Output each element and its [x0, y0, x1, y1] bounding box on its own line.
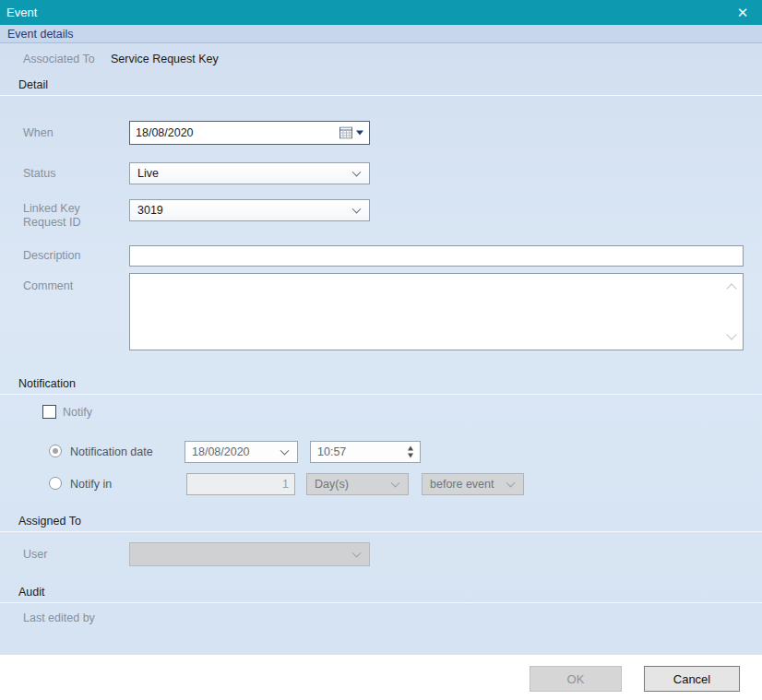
notify-in-amount-value: 1 — [282, 478, 289, 491]
when-row: When 18/08/2020 — [0, 121, 762, 145]
associated-to-value: Service Request Key — [111, 53, 219, 65]
linked-key-label: Linked Key Request ID — [23, 202, 108, 230]
notify-in-unit-combobox[interactable]: Day(s) — [306, 473, 409, 495]
user-combobox[interactable] — [129, 542, 370, 566]
notify-checkbox[interactable] — [42, 405, 56, 419]
notify-in-row: Notify in 1 Day(s) before event — [0, 473, 762, 495]
linked-key-row: Linked Key Request ID 3019 — [0, 199, 762, 232]
notification-time-value: 10:57 — [317, 445, 346, 458]
tab-event-details-label: Event details — [0, 28, 74, 41]
section-notification: Notification — [0, 374, 762, 395]
spinner-up-icon — [408, 446, 413, 451]
notify-row: Notify — [0, 405, 762, 420]
last-edited-label: Last edited by — [23, 611, 95, 625]
chevron-down-icon — [391, 479, 400, 488]
chevron-down-icon — [280, 446, 290, 456]
notification-date-combobox[interactable]: 18/08/2020 — [185, 441, 298, 463]
ok-button[interactable]: OK — [530, 666, 622, 692]
description-label: Description — [23, 249, 81, 263]
scroll-down-icon[interactable] — [726, 329, 736, 339]
when-date-value: 18/08/2020 — [136, 126, 194, 139]
status-combobox[interactable]: Live — [129, 162, 370, 184]
notification-date-row: Notification date 18/08/2020 10:57 — [0, 441, 762, 463]
status-value: Live — [137, 167, 159, 180]
status-row: Status Live — [0, 162, 762, 184]
linked-key-combobox[interactable]: 3019 — [129, 199, 370, 221]
time-spinner-buttons[interactable] — [408, 446, 413, 458]
scroll-up-icon[interactable] — [726, 283, 736, 293]
comment-label: Comment — [23, 279, 73, 293]
description-input[interactable] — [129, 245, 744, 267]
notify-in-radio[interactable] — [49, 477, 62, 490]
notify-in-relation-combobox[interactable]: before event — [422, 473, 524, 495]
associated-to-row: Associated To Service Request Key — [0, 53, 762, 73]
title-bar[interactable]: Event ✕ — [0, 0, 762, 25]
close-icon[interactable]: ✕ — [731, 0, 755, 25]
section-audit: Audit — [0, 583, 762, 603]
cancel-button[interactable]: Cancel — [644, 666, 740, 692]
section-notification-label: Notification — [18, 377, 76, 390]
user-row: User — [0, 542, 762, 566]
date-dropdown-arrow-icon — [356, 131, 363, 136]
linked-key-value: 3019 — [137, 204, 163, 217]
when-date-input[interactable]: 18/08/2020 — [129, 121, 370, 145]
chevron-down-icon — [352, 549, 362, 558]
section-detail-label: Detail — [18, 78, 48, 91]
associated-to-label: Associated To — [23, 53, 95, 66]
notify-label: Notify — [63, 406, 92, 420]
notify-in-relation-value: before event — [430, 478, 494, 491]
notification-date-value: 18/08/2020 — [192, 445, 250, 458]
section-assigned-to: Assigned To — [0, 512, 762, 532]
window-title: Event — [0, 6, 37, 19]
notify-in-unit-value: Day(s) — [315, 478, 349, 491]
notification-time-spinner[interactable]: 10:57 — [310, 441, 421, 463]
comment-textarea[interactable] — [129, 273, 744, 350]
user-label: User — [23, 548, 47, 562]
chevron-down-icon — [352, 168, 362, 177]
event-dialog: Event ✕ Event details Associated To Serv… — [0, 0, 762, 700]
when-label: When — [23, 126, 54, 140]
description-row: Description — [0, 245, 762, 267]
notify-in-label: Notify in — [70, 478, 112, 491]
date-picker-button[interactable] — [339, 127, 363, 139]
dialog-body: Associated To Service Request Key Detail… — [0, 43, 762, 655]
calendar-icon — [339, 127, 352, 139]
notification-date-label: Notification date — [70, 445, 153, 458]
last-edited-row: Last edited by — [0, 611, 762, 626]
notify-in-amount-input[interactable]: 1 — [186, 473, 295, 495]
section-assigned-to-label: Assigned To — [18, 515, 81, 528]
dialog-footer: OK Cancel — [0, 655, 762, 700]
tab-event-details[interactable]: Event details — [0, 25, 762, 43]
spinner-down-icon — [408, 454, 413, 458]
notification-date-radio[interactable] — [49, 445, 62, 457]
chevron-down-icon — [352, 205, 362, 214]
section-detail: Detail — [0, 76, 762, 96]
section-audit-label: Audit — [18, 586, 45, 599]
status-label: Status — [23, 167, 55, 181]
comment-row: Comment — [0, 273, 762, 350]
chevron-down-icon — [506, 479, 516, 488]
